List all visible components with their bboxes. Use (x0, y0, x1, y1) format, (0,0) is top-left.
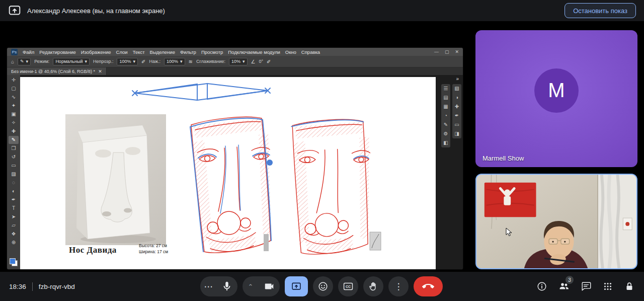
captions-button[interactable]: CC (338, 276, 358, 296)
panel-icon[interactable]: ▭ (454, 122, 459, 128)
camera-options-button[interactable]: ⌃ (243, 283, 259, 290)
present-screen-button[interactable] (285, 276, 308, 296)
end-call-icon (422, 280, 434, 292)
mic-button[interactable] (216, 281, 237, 292)
camera-button[interactable] (259, 281, 280, 292)
dodge-tool-icon[interactable]: ◐ (9, 187, 19, 195)
menu-item-plugins[interactable]: Подключаемые модули (228, 49, 280, 55)
color-swatches[interactable] (10, 258, 18, 266)
type-tool-icon[interactable]: T (9, 204, 19, 212)
menu-item-select[interactable]: Выделение (150, 49, 175, 55)
participant-tile-marmell[interactable]: M Marmell Show (475, 30, 637, 167)
flow-label: Наж.: (149, 59, 160, 64)
end-call-button[interactable] (414, 276, 443, 296)
panel-icon[interactable]: ✒ (455, 113, 459, 119)
smoothing-select[interactable]: 10% ▾ (229, 58, 248, 65)
ps-options-bar: ⌂ ✎ ▾ Режим: Нормальный ▾ Непрозр.: 100%… (7, 56, 463, 67)
participants-button[interactable]: 3 (558, 280, 570, 292)
chat-button[interactable] (581, 281, 592, 292)
flow-select[interactable]: 100% ▾ (164, 58, 185, 65)
marquee-tool-icon[interactable]: ▢ (9, 85, 19, 93)
avatar-initial: M (548, 79, 565, 102)
lasso-tool-icon[interactable]: ∿ (9, 93, 19, 101)
more-icon: ⋯ (204, 282, 213, 291)
window-minimize-button[interactable]: — (434, 49, 439, 54)
participants-rail: M Marmell Show (473, 21, 644, 272)
ps-canvas-document[interactable]: Нос Давида Высота: 27 см Ширина: 17 см (20, 77, 436, 269)
menu-item-layers[interactable]: Слои (116, 49, 128, 55)
reactions-button[interactable] (313, 276, 333, 296)
window-close-button[interactable]: ✕ (455, 49, 459, 54)
eraser-tool-icon[interactable]: ▭ (9, 162, 19, 170)
quick-selection-tool-icon[interactable]: ✦ (9, 102, 19, 110)
panel-icon[interactable]: ◧ (443, 140, 448, 146)
meeting-info: 18:36 fzb-rqvr-vbd (9, 272, 75, 301)
gradient-tool-icon[interactable]: ▨ (9, 170, 19, 178)
meet-app: Александр Алексеев (вы, на главном экран… (0, 0, 644, 301)
clone-stamp-tool-icon[interactable]: ❐ (9, 144, 19, 153)
participant-tile-self-webcam[interactable] (475, 174, 637, 269)
panel-icon[interactable]: ☰ (444, 86, 448, 92)
panel-icon[interactable]: ✎ (444, 122, 448, 128)
brush-angle-value[interactable]: 0° (259, 59, 263, 64)
opacity-value: 100% (119, 58, 131, 65)
menu-item-filter[interactable]: Фильтр (180, 49, 196, 55)
panel-icon[interactable]: ◔ (444, 113, 447, 119)
panel-icon[interactable]: ◨ (454, 131, 459, 137)
blur-tool-icon[interactable]: ◌ (9, 179, 19, 187)
host-controls-button[interactable] (624, 281, 635, 292)
menu-item-file[interactable]: Файл (23, 49, 34, 55)
panel-icon[interactable]: ▦ (443, 104, 448, 110)
airbrush-icon[interactable]: ≋ (189, 59, 193, 64)
camera-icon (264, 281, 275, 292)
screen-share-icon (8, 4, 21, 17)
more-options-button[interactable]: ⋮ (388, 276, 409, 296)
overflow-menu-icon: ⋮ (394, 282, 403, 291)
meeting-details-button[interactable] (536, 281, 547, 292)
pen-pressure-size-icon[interactable]: ✐ (267, 59, 271, 64)
ps-panels-dock: » ☰ ▤ ▦ ◔ ✎ ⚙ ◧ ▧ ◑ ✚ ✒ (440, 75, 463, 269)
healing-brush-tool-icon[interactable]: ✚ (9, 127, 19, 135)
path-select-tool-icon[interactable]: ➤ (9, 213, 19, 221)
eyedropper-tool-icon[interactable]: ✧ (9, 119, 19, 127)
menu-item-view[interactable]: Просмотр (201, 49, 223, 55)
menu-item-type[interactable]: Текст (133, 49, 145, 55)
activities-button[interactable] (602, 281, 613, 292)
more-audio-options-button[interactable]: ⋯ (200, 282, 216, 291)
pen-pressure-opacity-icon[interactable]: ✐ (141, 59, 145, 64)
present-screen-icon (291, 281, 301, 291)
photoshop-logo: Ps (11, 49, 18, 55)
menu-item-window[interactable]: Окно (285, 49, 296, 55)
home-icon[interactable]: ⌂ (11, 59, 14, 64)
mode-label: Режим: (34, 59, 49, 64)
foreground-color-swatch[interactable] (10, 258, 16, 264)
collapse-panels-icon[interactable]: » (456, 76, 459, 82)
shape-tool-icon[interactable]: ▱ (9, 221, 19, 230)
history-brush-tool-icon[interactable]: ↺ (9, 153, 19, 161)
raise-hand-button[interactable] (363, 276, 383, 296)
panel-icon[interactable]: ✚ (455, 104, 459, 110)
crop-tool-icon[interactable]: ▣ (9, 110, 19, 118)
menu-item-image[interactable]: Изображение (81, 49, 111, 55)
tab-close-icon[interactable]: ✕ (98, 69, 102, 74)
panel-icon[interactable]: ▤ (443, 95, 448, 101)
menu-item-edit[interactable]: Редактирование (39, 49, 75, 55)
hand-tool-icon[interactable]: ❖ (9, 230, 19, 238)
document-tab[interactable]: Без имени-1 @ 40,6% (Слой 6, RGB/8) * ✕ (7, 67, 107, 76)
flow-value: 100% (167, 58, 178, 65)
brush-tool-icon[interactable]: ✎ (9, 136, 19, 144)
zoom-tool-icon[interactable]: ⊕ (9, 239, 19, 247)
menu-item-help[interactable]: Справка (301, 49, 320, 55)
panel-icon[interactable]: ▧ (454, 86, 459, 92)
mode-select[interactable]: Нормальный ▾ (53, 58, 90, 65)
flag (485, 183, 536, 217)
brush-preset-picker[interactable]: ✎ ▾ (18, 58, 31, 65)
opacity-select[interactable]: 100% ▾ (117, 58, 138, 65)
move-tool-icon[interactable]: ✛ (9, 76, 19, 84)
window-maximize-button[interactable]: ▢ (445, 49, 449, 54)
panel-icon[interactable]: ◑ (455, 95, 458, 101)
panel-icon[interactable]: ⚙ (444, 131, 448, 137)
pen-tool-icon[interactable]: ✒ (9, 196, 19, 204)
stop-presenting-button[interactable]: Остановить показ (565, 3, 636, 18)
brush-preset-icon: ✎ (20, 58, 24, 65)
